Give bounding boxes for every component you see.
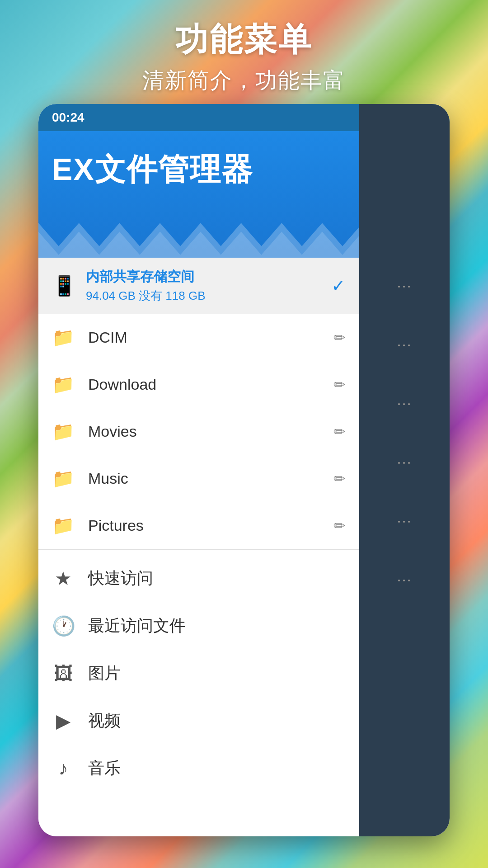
phone-storage-icon: 📱 [52,274,77,297]
sidebar-panel: ⋮ ⋮ ⋮ ⋮ ⋮ ⋮ [359,104,450,836]
folder-name-music: Music [88,470,320,487]
edit-icon-movies[interactable]: ✏ [333,423,346,440]
dot-group-5[interactable]: ⋮ [359,493,450,552]
dot-group-3[interactable]: ⋮ [359,375,450,434]
more-options-icon[interactable]: ⋮ [396,279,413,295]
sub-title: 清新简介，功能丰富 [0,66,488,95]
menu-label-images: 图片 [88,662,121,684]
more-options-icon[interactable]: ⋮ [396,338,413,354]
edit-icon-download[interactable]: ✏ [333,376,346,393]
edit-icon-pictures[interactable]: ✏ [333,517,346,534]
title-area: 功能菜单 清新简介，功能丰富 [0,18,488,95]
storage-check-icon: ✓ [331,276,346,296]
folder-name-pictures: Pictures [88,517,320,534]
more-options-icon[interactable]: ⋮ [396,456,413,471]
menu-label-quickaccess: 快速访问 [88,567,153,590]
dot-group-2[interactable]: ⋮ [359,316,450,375]
menu-section: ★ 快速访问 🕐 最近访问文件 🖼 图片 ▶ 视频 ♪ 音乐 [38,550,359,797]
more-options-icon[interactable]: ⋮ [396,573,413,589]
dot-group-4[interactable]: ⋮ [359,434,450,493]
more-options-icon[interactable]: ⋮ [396,514,413,530]
edit-icon-dcim[interactable]: ✏ [333,329,346,346]
menu-item-video[interactable]: ▶ 视频 [38,697,359,745]
folder-icon: 📁 [52,515,75,536]
phone-frame: 00:24 ▲ ▲ ▭ EX文件管理器 ⌂ ⋮ 📱 内部共享存储空间 94.04… [38,104,450,836]
folder-item-pictures[interactable]: 📁 Pictures ✏ [38,502,359,549]
folder-item-music[interactable]: 📁 Music ✏ [38,455,359,502]
folder-icon: 📁 [52,468,75,489]
menu-item-images[interactable]: 🖼 图片 [38,650,359,697]
folder-item-movies[interactable]: 📁 Movies ✏ [38,408,359,455]
music-icon: ♪ [52,758,75,779]
storage-name: 内部共享存储空间 [86,268,322,286]
app-title: EX文件管理器 [52,140,253,190]
menu-item-recent[interactable]: 🕐 最近访问文件 [38,602,359,650]
folder-icon: 📁 [52,327,75,348]
menu-label-recent: 最近访问文件 [88,615,186,637]
menu-item-quickaccess[interactable]: ★ 快速访问 [38,555,359,602]
video-icon: ▶ [52,710,75,732]
dot-group-1[interactable]: ⋮ [359,258,450,316]
folder-icon: 📁 [52,374,75,395]
sidebar-dots: ⋮ ⋮ ⋮ ⋮ ⋮ ⋮ [359,104,450,836]
star-icon: ★ [52,567,75,590]
main-content: 📱 内部共享存储空间 94.04 GB 没有 118 GB ✓ 📁 DCIM ✏… [38,258,359,836]
folder-icon: 📁 [52,421,75,442]
menu-label-music: 音乐 [88,757,121,779]
storage-info: 内部共享存储空间 94.04 GB 没有 118 GB [86,268,322,304]
main-title: 功能菜单 [0,18,488,61]
folder-name-download: Download [88,376,320,393]
storage-item[interactable]: 📱 内部共享存储空间 94.04 GB 没有 118 GB ✓ [38,258,359,314]
dot-group-6[interactable]: ⋮ [359,552,450,610]
folder-section: 📁 DCIM ✏ 📁 Download ✏ 📁 Movies ✏ 📁 Music… [38,314,359,550]
image-icon: 🖼 [52,663,75,684]
folder-name-dcim: DCIM [88,329,320,346]
menu-label-video: 视频 [88,710,121,732]
status-time: 00:24 [52,110,84,125]
folder-name-movies: Movies [88,423,320,440]
menu-item-music[interactable]: ♪ 音乐 [38,745,359,792]
folder-item-download[interactable]: 📁 Download ✏ [38,361,359,408]
folder-item-dcim[interactable]: 📁 DCIM ✏ [38,314,359,361]
history-icon: 🕐 [52,615,75,637]
more-options-icon[interactable]: ⋮ [396,397,413,412]
edit-icon-music[interactable]: ✏ [333,470,346,487]
storage-size: 94.04 GB 没有 118 GB [86,288,322,304]
